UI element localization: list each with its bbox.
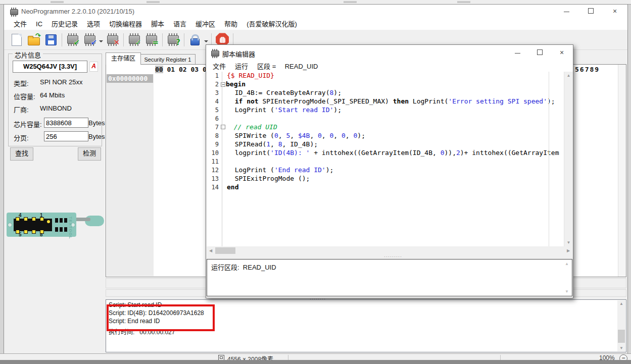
code-line-4: 4 if not SPIEnterProgMode(_SPI_SPEED_MAX…	[207, 97, 564, 106]
screen: NeoProgrammer 2.2.0.10 (2021/10/15) × 文件…	[0, 0, 631, 364]
editor-splitter-grip[interactable]: ·········	[384, 254, 402, 259]
code-text: logprint('ID(4B): ' + inttohex((GetArray…	[227, 149, 559, 157]
detect-button[interactable]: 检测	[78, 147, 101, 161]
socket-body: 4 1 5 8	[7, 213, 76, 237]
hex-vertical-scrollbar[interactable]	[618, 65, 626, 277]
chip-pin	[16, 230, 20, 234]
script-editor-title-bar[interactable]: 脚本编辑器 ×	[206, 45, 573, 60]
background-window-status-bar: 4556 × 2008像素 100% −	[0, 353, 631, 360]
minimize-button[interactable]	[556, 5, 576, 17]
code-line-3: 3 ID_4B:= CreateByteArray(8);	[207, 89, 564, 97]
editor-menu-item-1[interactable]: 运行	[230, 61, 253, 72]
line-number: 6	[207, 115, 219, 122]
toolbar-separator	[184, 33, 184, 46]
title-bar[interactable]: NeoProgrammer 2.2.0.10 (2021/10/15) ×	[4, 5, 627, 18]
query-chip-button[interactable]: ?	[165, 32, 182, 48]
vendor-value: WINBOND	[40, 105, 72, 112]
execution-time-label: 执行时间:	[109, 329, 134, 336]
status-divider	[288, 355, 288, 360]
editor-menu-item-0[interactable]: 文件	[208, 61, 230, 72]
log-line-0: Script: Start read ID	[109, 301, 162, 308]
pin1-indicator	[47, 220, 50, 223]
chip-pin	[32, 230, 36, 234]
menu-bar: 文件IC历史记录选项切换编程器脚本语言缓冲区帮助(吾爱破解汉化版)	[4, 18, 627, 30]
chip-name-field[interactable]: W25Q64JV [3.3V]	[13, 61, 87, 73]
code-text: {$ READ_UID}	[227, 72, 274, 79]
code-line-11: 11	[207, 158, 564, 166]
scroll-up-icon[interactable]: ▲	[564, 262, 570, 266]
toolbar-separator	[62, 33, 62, 46]
scroll-up-icon[interactable]: ▲	[564, 73, 573, 78]
log-panel[interactable]: Script: Start read IDScript: ID(4B): D16…	[106, 299, 626, 352]
code-vertical-scrollbar[interactable]: ▲ ▼	[564, 72, 573, 246]
erase-chip-button[interactable]: ✕	[104, 32, 121, 48]
log-line-2: Script: End read ID	[109, 318, 160, 325]
menu-item-3[interactable]: 选项	[82, 18, 105, 30]
open-file-button[interactable]: ↷	[25, 32, 42, 48]
lock-button[interactable]	[186, 32, 204, 48]
scroll-down-icon[interactable]: ▼	[564, 289, 570, 294]
menu-item-4[interactable]: 切换编程器	[105, 18, 147, 30]
code-editor-area[interactable]: 1{$ READ_UID}2−begin3 ID_4B:= CreateByte…	[207, 72, 564, 246]
scroll-right-icon[interactable]: ▶	[565, 248, 571, 253]
compare-chip-button[interactable]: =	[143, 32, 160, 48]
lock-icon	[190, 38, 200, 45]
menu-item-5[interactable]: 脚本	[147, 18, 169, 30]
menu-item-7[interactable]: 缓冲区	[191, 18, 220, 30]
maximize-button[interactable]	[580, 5, 601, 17]
log-vertical-scrollbar[interactable]: ▲ ▼	[617, 300, 625, 351]
code-line-5: 5 LogPrint ('Start read ID');	[207, 106, 564, 115]
chip-pin	[24, 230, 28, 234]
write-dropdown-caret[interactable]	[99, 40, 103, 44]
scroll-up-icon[interactable]: ▲	[617, 301, 625, 306]
page-size-input[interactable]	[44, 131, 88, 141]
right-margin-line	[549, 72, 549, 246]
app-chip-icon	[10, 9, 18, 15]
execution-time-line: 执行时间: 00:00:00.027	[109, 327, 175, 336]
code-text: SPIWrite (0, 5, $4B, 0, 0, 0, 0);	[227, 132, 365, 139]
close-button[interactable]: ×	[552, 46, 572, 59]
new-file-button[interactable]	[8, 32, 25, 48]
scroll-down-icon[interactable]: ▼	[617, 346, 625, 350]
minimize-button[interactable]	[507, 46, 527, 59]
line-number: 2	[207, 81, 219, 88]
tab-main-memory[interactable]: 主存储区	[106, 53, 141, 65]
menu-item-1[interactable]: IC	[31, 18, 47, 30]
scroll-down-icon[interactable]: ▼	[564, 240, 573, 245]
maximize-button[interactable]	[529, 46, 550, 59]
save-file-button[interactable]	[42, 32, 60, 48]
menu-item-2[interactable]: 历史记录	[47, 18, 82, 30]
pdf-datasheet-icon[interactable]: A	[89, 62, 98, 72]
scroll-left-icon[interactable]: ◀	[208, 248, 214, 253]
close-button[interactable]: ×	[605, 5, 625, 17]
section-value[interactable]: READ_UID	[285, 63, 318, 70]
editor-menu-item-2[interactable]: 区段 =	[253, 61, 280, 72]
line-number: 8	[207, 132, 219, 139]
menu-item-9[interactable]: (吾爱破解汉化版)	[242, 18, 302, 30]
menu-item-6[interactable]: 语言	[169, 18, 191, 30]
line-number: 11	[207, 158, 219, 165]
code-text: SPIRead(1, 8, ID_4B);	[227, 140, 318, 148]
tab-security-register-1[interactable]: Security Register 1	[140, 54, 196, 65]
menu-item-8[interactable]: 帮助	[220, 18, 242, 30]
code-line-6: 6	[207, 115, 564, 123]
find-button[interactable]: 查找	[10, 147, 33, 161]
save-file-icon	[45, 34, 57, 45]
log-scroll-thumb[interactable]	[618, 330, 625, 343]
lock-dropdown-caret[interactable]	[204, 40, 208, 44]
hscroll-thumb[interactable]	[215, 247, 235, 254]
read-chip-button[interactable]: ↙	[64, 32, 81, 48]
capacity-label: 芯片容量:	[14, 119, 42, 129]
socket-slot	[55, 227, 58, 232]
line-number: 12	[207, 167, 219, 174]
chip-info-groupbox: 芯片信息 W25Q64JV [3.3V] A 类型: SPI NOR 25xx …	[8, 54, 102, 146]
menu-item-0[interactable]: 文件	[9, 18, 31, 30]
capacity-input[interactable]	[44, 118, 88, 128]
write-chip-button[interactable]: ↙	[81, 32, 99, 48]
chip-pin	[40, 230, 44, 234]
code-text: // read UID	[226, 123, 277, 131]
run-output-panel[interactable]: 运行区段: READ_UID ▲ ▼	[207, 259, 572, 296]
hex-address-gutter	[107, 74, 154, 276]
verify-chip-button[interactable]: ✓	[126, 32, 143, 48]
bits-label: 位容量:	[14, 91, 35, 101]
